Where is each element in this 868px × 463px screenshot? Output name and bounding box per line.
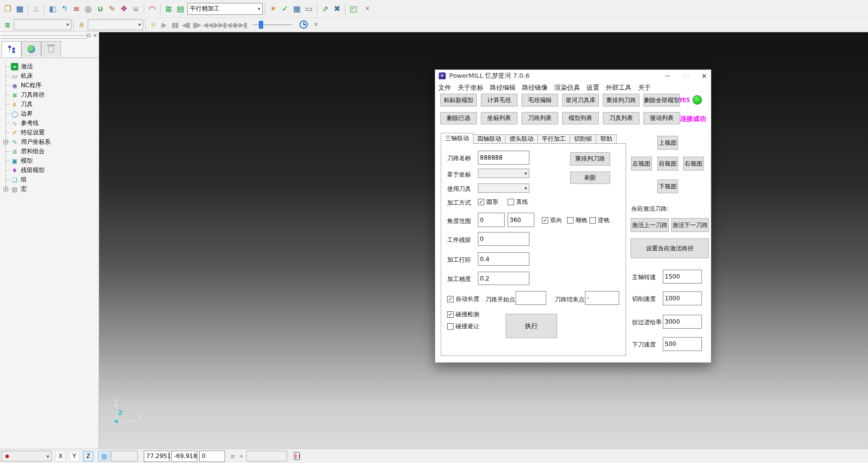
tree-item-nc-programs[interactable]: ◉ NC程序 — [3, 81, 98, 90]
dialog-titlebar[interactable]: ✦ PowerMILL 忆梦星河 7.0.6 — ▢ ✕ — [435, 70, 711, 82]
axis-y-button[interactable]: Y — [69, 451, 79, 462]
tree-item-tools[interactable]: ⋔ 刀具 — [3, 100, 98, 109]
toolpath-bars-icon[interactable]: ≡ — [70, 3, 82, 15]
sim-tool-icon[interactable]: ⋔ — [76, 19, 87, 30]
status-dropdown[interactable]: ▾ — [1, 451, 52, 462]
toolpath-name-input[interactable] — [478, 151, 529, 165]
maximize-icon[interactable]: ▢ — [684, 73, 689, 79]
set-active-path-button[interactable]: 设置当前激活路径 — [631, 238, 709, 258]
drive-list-button[interactable]: 驱动列表 — [643, 112, 680, 124]
tree-item-levels-and-sets[interactable]: ≣ 层和组合 — [3, 147, 98, 156]
menu-render-sim[interactable]: 渲染仿真 — [554, 83, 580, 92]
slider-handle[interactable] — [259, 21, 263, 29]
step-forward-icon[interactable]: ▮▶ — [191, 19, 202, 30]
rapid-feed-input[interactable] — [663, 315, 702, 329]
tree-item-stock-models[interactable]: ♦ 残留模型 — [3, 166, 98, 175]
sim-tool-dropdown[interactable]: ▾ — [88, 19, 143, 30]
toolpath-arrow-icon[interactable]: ↰ — [58, 3, 70, 15]
bidirectional-checkbox[interactable]: ✓ 双向 — [542, 216, 562, 225]
menu-about[interactable]: 关于 — [638, 83, 651, 92]
ball-tool-icon[interactable]: ◎ — [82, 3, 94, 15]
open-file-icon[interactable]: ❒ — [2, 3, 14, 15]
tab-recycle-bin[interactable] — [41, 41, 61, 57]
tab-swivel-head[interactable]: 摆头联动 — [506, 134, 538, 144]
clock-icon[interactable] — [299, 20, 308, 29]
device-icon[interactable] — [294, 452, 300, 460]
collision-check-checkbox[interactable]: ✓ 碰撞检测 — [447, 310, 479, 319]
activate-next-toolpath-button[interactable]: 激活下一刀路 — [671, 218, 709, 232]
expand-icon[interactable]: + — [3, 140, 8, 144]
climb-checkbox[interactable]: 顺铣 — [567, 216, 587, 225]
angle-from-input[interactable] — [478, 213, 505, 227]
tree-item-groups[interactable]: ❏ 组 — [3, 175, 98, 184]
base-coord-select[interactable]: ▾ — [478, 169, 529, 178]
rewind-icon[interactable]: ◀◀ — [202, 19, 213, 30]
toolbar-close-icon[interactable]: ✕ — [312, 21, 320, 28]
panel-grip[interactable] — [1, 37, 88, 39]
leads-links-icon[interactable]: ◠ — [146, 3, 158, 15]
menu-external-tools[interactable]: 外部工具 — [606, 83, 632, 92]
end-point-input[interactable] — [585, 291, 619, 305]
panel-close-icon[interactable]: ✕ — [93, 33, 97, 38]
models-icon[interactable]: ◰ — [347, 3, 359, 15]
view-top-button[interactable]: 上视图 — [657, 136, 678, 150]
collision-check-icon[interactable]: ∪ — [94, 3, 106, 15]
spindle-speed-input[interactable] — [663, 270, 702, 284]
tool-library-button[interactable]: 星河刀具库 — [562, 94, 599, 107]
minimize-icon[interactable]: — — [665, 72, 671, 79]
teapot-icon[interactable]: ♨ — [30, 3, 42, 15]
menu-path-mirror[interactable]: 路径镜像 — [522, 83, 548, 92]
collision-avoid-checkbox[interactable]: 碰撞避让 — [447, 322, 479, 331]
close-icon[interactable]: ✕ — [701, 72, 707, 80]
sketch-icon[interactable]: ✎ — [106, 3, 118, 15]
sim-speed-slider[interactable] — [253, 19, 292, 30]
tree-item-patterns[interactable]: ∿ 参考线 — [3, 118, 98, 128]
circle-checkbox[interactable]: ✓ 圆形 — [478, 198, 498, 206]
menu-settings[interactable]: 设置 — [586, 83, 599, 92]
view-right-button[interactable]: 右视图 — [683, 157, 704, 171]
view-left-button[interactable]: 左视图 — [631, 157, 652, 171]
tree-item-feature-sets[interactable]: ✐ 特征设置 — [3, 128, 98, 137]
calc-stock-button[interactable]: 计算毛坯 — [481, 94, 518, 107]
tab-web[interactable] — [21, 41, 41, 57]
delete-selected-button[interactable]: 删除已选 — [440, 112, 477, 124]
toolbar-close-icon[interactable]: ✕ — [363, 5, 371, 12]
go-to-start-icon[interactable]: ▮◀◀ — [224, 19, 235, 30]
play-icon[interactable]: ▶ — [159, 19, 170, 30]
points-icon[interactable]: ❖ — [118, 3, 130, 15]
menu-path-edit[interactable]: 路径编辑 — [490, 83, 516, 92]
tool-list-button[interactable]: 刀具列表 — [603, 112, 639, 124]
axis-z-button[interactable]: Z — [83, 451, 93, 462]
tree-item-macros[interactable]: + ▤ 宏 — [3, 184, 98, 194]
strategy-list-icon[interactable]: ▤ — [174, 3, 186, 15]
view-bottom-button[interactable]: 下视图 — [657, 179, 678, 193]
execute-button[interactable]: 执行 — [506, 314, 557, 338]
tab-explorer-tree[interactable] — [1, 41, 21, 58]
go-to-end-icon[interactable]: ▶▶▮ — [235, 19, 246, 30]
activate-prev-toolpath-button[interactable]: 激活上一刀路 — [631, 218, 669, 232]
tab-saw[interactable]: 切割锯 — [570, 134, 596, 144]
toolholder-icon[interactable]: ⊍ — [130, 3, 142, 15]
expand-icon[interactable]: + — [3, 187, 8, 191]
line-checkbox[interactable]: 直线 — [508, 198, 528, 206]
view-front-button[interactable]: 前视图 — [657, 157, 678, 171]
tab-parallel[interactable]: 平行加工 — [538, 134, 570, 144]
tool-check-icon[interactable]: ✓ — [279, 3, 291, 15]
start-point-input[interactable] — [516, 291, 546, 305]
ruler-icon[interactable]: ▭ — [303, 3, 315, 15]
tree-item-activate[interactable]: » 激活 — [3, 62, 98, 71]
stock-remain-input[interactable] — [478, 232, 529, 246]
rearrange-toolpaths-button[interactable]: 重排列刀路 — [603, 94, 639, 107]
conventional-checkbox[interactable]: 逆铣 — [589, 216, 610, 225]
panel-grip[interactable] — [1, 34, 88, 36]
pause-icon[interactable]: ▮▮ — [170, 19, 180, 30]
delete-all-models-button[interactable]: 删除全部模型 — [643, 94, 680, 107]
status-empty-field[interactable] — [111, 451, 138, 462]
block-icon[interactable]: ◧ — [47, 3, 58, 15]
auto-length-checkbox[interactable]: ✓ 自动长度 — [447, 295, 479, 303]
status-empty-field[interactable] — [246, 451, 287, 462]
stepover-input[interactable] — [478, 252, 529, 266]
plunge-feed-input[interactable] — [663, 337, 702, 351]
coord-list-button[interactable]: 坐标列表 — [481, 112, 518, 124]
strategy-dropdown[interactable]: 平行精加工 ▾ — [187, 3, 263, 15]
